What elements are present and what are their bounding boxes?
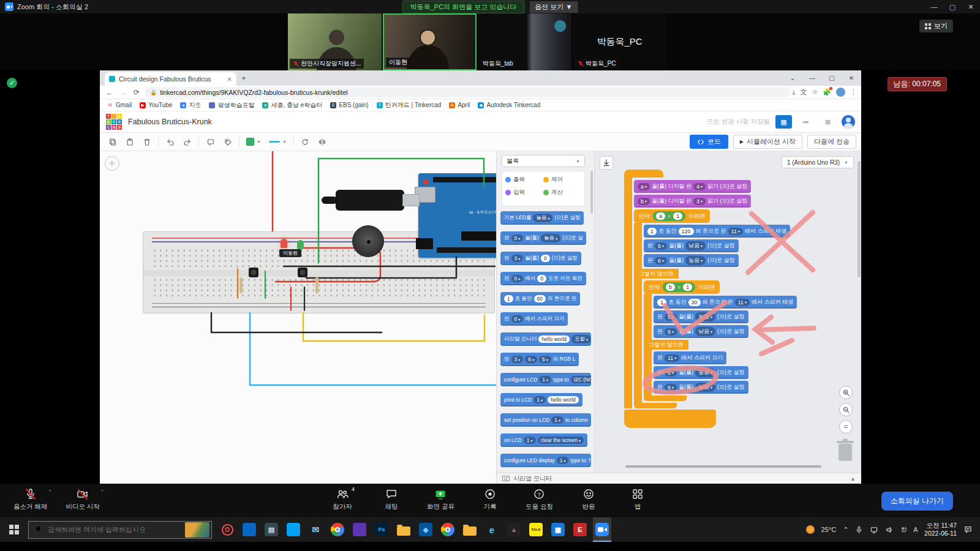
browser-minimize-icon[interactable]: — xyxy=(802,75,822,81)
horizontal-scrollbar[interactable] xyxy=(625,465,821,468)
block-dropdown[interactable]: 6▾ xyxy=(665,328,677,335)
pushbutton[interactable] xyxy=(249,268,258,277)
resistor[interactable] xyxy=(239,277,243,293)
temperature[interactable]: 25°C xyxy=(821,526,837,533)
program-start-block[interactable] xyxy=(624,170,663,178)
forward-icon[interactable]: → xyxy=(118,88,129,97)
block-dropdown[interactable]: 11▾ xyxy=(665,354,679,362)
block-dropdown[interactable]: 1▾ xyxy=(524,437,536,444)
translate-icon[interactable]: 文 xyxy=(800,88,807,97)
green-led[interactable] xyxy=(297,240,304,249)
bookmark-item[interactable]: e세종, 충남 e학습터 xyxy=(262,101,322,110)
grid-view-button[interactable]: ⊞ xyxy=(820,115,836,129)
block-dropdown[interactable]: 6▾ xyxy=(665,384,677,391)
taskbar-search[interactable] xyxy=(28,521,212,539)
block-dropdown[interactable]: 1▾ xyxy=(557,457,569,464)
search-widget-thumbnail[interactable] xyxy=(185,522,209,538)
taskbar-app-icon[interactable] xyxy=(439,517,457,542)
block-input[interactable]: 0 xyxy=(537,275,546,282)
taskbar-app-icon[interactable] xyxy=(284,517,303,542)
palette-mode-select[interactable]: 블록▼ xyxy=(502,155,585,167)
mic-options-caret[interactable]: ⌃ xyxy=(48,489,53,495)
maximize-icon[interactable]: ▢ xyxy=(943,0,962,13)
taskbar-app-icon[interactable] xyxy=(350,517,369,542)
block-dropdown[interactable]: clear the screen▾ xyxy=(538,437,584,444)
code-block[interactable]: 핀6▾을(를)높음▾(으)로 설정 xyxy=(644,254,739,267)
palette-category[interactable]: 제어 xyxy=(543,176,581,184)
copy-icon[interactable] xyxy=(105,135,120,149)
block-dropdown[interactable]: 높음▾ xyxy=(695,383,715,392)
taskbar-app-icon[interactable] xyxy=(461,517,479,542)
code-block[interactable]: 핀5▾을(를)낮음▾(으)로 설정 xyxy=(644,239,739,252)
security-shield-icon[interactable]: ✓ xyxy=(7,78,17,88)
video-options-caret[interactable]: ⌃ xyxy=(100,489,105,495)
block-input[interactable]: 0 xyxy=(541,255,550,262)
share-icon[interactable]: ⤓ xyxy=(793,88,796,96)
block-input[interactable]: hello world xyxy=(538,335,570,343)
start-button[interactable] xyxy=(0,517,28,542)
code-block[interactable]: a▾을(를) 디지털 핀4▾읽기 (으)로 설정 xyxy=(634,180,751,193)
bookmark-item[interactable]: T틴커캐드 | Tinkercad xyxy=(377,101,442,110)
undo-icon[interactable] xyxy=(162,135,178,149)
taskbar-app-icon[interactable]: Ps xyxy=(372,517,391,542)
download-code-button[interactable] xyxy=(600,156,613,170)
tray-mic-icon[interactable] xyxy=(855,526,863,534)
block-dropdown[interactable]: 6▾ xyxy=(525,356,537,363)
taskbar-app-icon[interactable]: e xyxy=(483,517,501,542)
start-video-button[interactable]: ⌃ 비디오 시작 xyxy=(66,487,99,511)
taskbar-app-icon[interactable] xyxy=(240,517,258,542)
block-dropdown[interactable]: 3▾ xyxy=(693,198,706,205)
block-input[interactable]: hello world xyxy=(548,396,579,403)
trash-drop-icon[interactable] xyxy=(835,438,856,463)
palette-scrollbar[interactable] xyxy=(590,171,593,214)
search-input[interactable] xyxy=(48,526,180,533)
notes-icon[interactable] xyxy=(203,135,218,149)
block-dropdown[interactable]: 높음▾ xyxy=(685,256,706,265)
tray-app-icon[interactable] xyxy=(806,525,815,534)
leave-breakout-button[interactable]: 소회의실 나가기 xyxy=(881,492,953,511)
chat-button[interactable]: 채팅 xyxy=(378,487,405,511)
condition-block[interactable]: a=1 xyxy=(653,211,685,221)
browser-maximize-icon[interactable]: ▢ xyxy=(822,75,842,81)
resistor[interactable] xyxy=(315,277,318,293)
taskbar-app-icon[interactable]: ▲ xyxy=(505,517,523,542)
code-block[interactable]: 핀5▾을(를)높음▾(으)로 설정 xyxy=(654,310,748,323)
tray-network-icon[interactable] xyxy=(870,526,878,534)
circuit-canvas[interactable]: ✛ xyxy=(100,151,496,484)
code-workspace[interactable]: 1 (Arduino Uno R3)▼ a▾을(를) 디지털 핀4▾읽기 (으)… xyxy=(595,151,861,473)
user-avatar[interactable] xyxy=(842,115,855,129)
label-icon[interactable] xyxy=(220,135,235,149)
block-dropdown[interactable]: 높음▾ xyxy=(695,368,715,377)
unmute-button[interactable]: ⌃ 음소거 해제 xyxy=(13,487,47,511)
block-dropdown[interactable]: 1▾ xyxy=(539,376,551,383)
code-block[interactable]: set position on LCD1▾to column xyxy=(500,413,591,427)
design-title[interactable]: Fabulous Bruticus-Krunk xyxy=(128,118,212,126)
reactions-button[interactable]: 반응 xyxy=(575,487,602,511)
code-block[interactable]: b▾을(를) 디지털 핀3▾읽기 (으)로 설정 xyxy=(634,195,751,208)
color-dropdown[interactable]: ▼ xyxy=(243,137,264,147)
address-bar[interactable]: 🔒 tinkercad.com/things/9KAKIVQZrd2-fabul… xyxy=(145,87,790,97)
code-block[interactable]: 핀3▾6▾5▾의 RGB L xyxy=(500,353,579,366)
block-dropdown[interactable]: 0▾ xyxy=(511,234,524,242)
board-select[interactable]: 1 (Arduino Uno R3)▼ xyxy=(782,156,854,168)
code-block[interactable]: 핀0▾을(를)높음▾(으)로 설 xyxy=(500,231,586,245)
taskbar-app-icon[interactable]: TALK xyxy=(527,517,545,542)
window-dropdown-icon[interactable]: ⌄ xyxy=(783,75,802,81)
tray-volume-icon[interactable] xyxy=(885,526,894,534)
delete-icon[interactable] xyxy=(139,135,154,149)
block-input[interactable]: 1 xyxy=(657,299,666,306)
notification-center-icon[interactable] xyxy=(963,525,973,534)
piezo-buzzer[interactable] xyxy=(352,225,384,257)
code-block[interactable]: on LCD1▾clear the screen▾ xyxy=(500,433,587,447)
zoom-out-button[interactable] xyxy=(839,403,853,416)
pan-compass-icon[interactable]: ✛ xyxy=(105,156,119,171)
code-block[interactable]: 핀0▾에서 스피커 끄기 xyxy=(500,312,568,326)
vertical-scrollbar[interactable] xyxy=(858,161,861,277)
block-dropdown[interactable]: 0▾ xyxy=(511,275,524,282)
components-panel-button[interactable]: ▦ xyxy=(775,115,792,129)
block-dropdown[interactable]: 높음▾ xyxy=(695,312,715,321)
code-block[interactable]: 1초 동안30의 톤으로 핀11▾에서 스피커 재생 xyxy=(654,296,797,309)
view-options-button[interactable]: 옵션 보기 ▼ xyxy=(529,1,578,13)
block-dropdown[interactable]: 포함▾ xyxy=(571,335,591,343)
block-input[interactable]: 30 xyxy=(688,299,701,306)
